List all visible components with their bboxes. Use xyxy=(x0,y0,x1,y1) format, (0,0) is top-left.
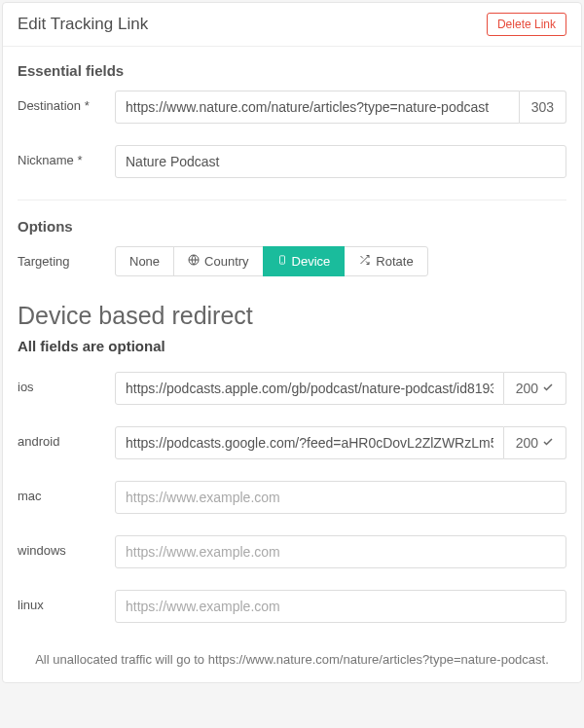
destination-row: Destination * 303 xyxy=(18,91,566,124)
options-heading: Options xyxy=(18,218,566,235)
targeting-country-button[interactable]: Country xyxy=(173,246,264,276)
targeting-none-button[interactable]: None xyxy=(115,246,174,276)
linux-row: linux xyxy=(18,590,566,623)
unallocated-traffic-note: All unallocated traffic will go to https… xyxy=(18,644,566,673)
linux-label: linux xyxy=(18,590,115,614)
ios-status-badge: 200 xyxy=(504,372,566,405)
divider xyxy=(18,200,566,200)
ios-input[interactable] xyxy=(115,372,504,405)
windows-row: windows xyxy=(18,535,566,568)
windows-input[interactable] xyxy=(115,535,566,568)
delete-link-button[interactable]: Delete Link xyxy=(487,13,566,36)
status-code: 303 xyxy=(531,99,554,115)
nickname-row: Nickname * xyxy=(18,145,566,178)
edit-tracking-link-card: Edit Tracking Link Delete Link Essential… xyxy=(2,2,582,683)
windows-label: windows xyxy=(18,535,115,560)
targeting-rotate-label: Rotate xyxy=(376,254,413,269)
targeting-rotate-button[interactable]: Rotate xyxy=(344,246,427,276)
android-status-badge: 200 xyxy=(504,426,566,459)
targeting-device-button[interactable]: Device xyxy=(263,246,346,276)
destination-status-badge: 303 xyxy=(520,91,566,124)
android-label: android xyxy=(18,426,115,451)
targeting-button-group: None Country Device xyxy=(115,246,428,276)
targeting-label: Targeting xyxy=(18,246,115,271)
check-icon xyxy=(542,435,554,451)
mac-label: mac xyxy=(18,481,115,505)
linux-input[interactable] xyxy=(115,590,566,623)
android-row: android 200 xyxy=(18,426,566,459)
card-header: Edit Tracking Link Delete Link xyxy=(3,3,581,47)
ios-label: ios xyxy=(18,372,115,396)
shuffle-icon xyxy=(358,254,371,269)
mac-input[interactable] xyxy=(115,481,566,514)
essential-fields-heading: Essential fields xyxy=(18,62,566,79)
globe-icon xyxy=(188,254,200,269)
android-input[interactable] xyxy=(115,426,504,459)
nickname-input[interactable] xyxy=(115,145,566,178)
targeting-country-label: Country xyxy=(204,254,249,269)
mac-row: mac xyxy=(18,481,566,514)
card-body: Essential fields Destination * 303 Nickn… xyxy=(3,47,581,682)
check-icon xyxy=(542,381,554,396)
destination-label: Destination * xyxy=(18,91,115,115)
page-title: Edit Tracking Link xyxy=(18,15,148,34)
ios-row: ios 200 xyxy=(18,372,566,405)
device-icon xyxy=(277,254,287,269)
status-code: 200 xyxy=(516,435,538,451)
nickname-label: Nickname * xyxy=(18,145,115,169)
targeting-row: Targeting None Country Device xyxy=(18,246,566,276)
targeting-device-label: Device xyxy=(292,254,331,269)
destination-input[interactable] xyxy=(115,91,520,124)
device-redirect-subheading: All fields are optional xyxy=(18,338,566,354)
status-code: 200 xyxy=(516,381,538,396)
device-redirect-heading: Device based redirect xyxy=(18,302,566,330)
